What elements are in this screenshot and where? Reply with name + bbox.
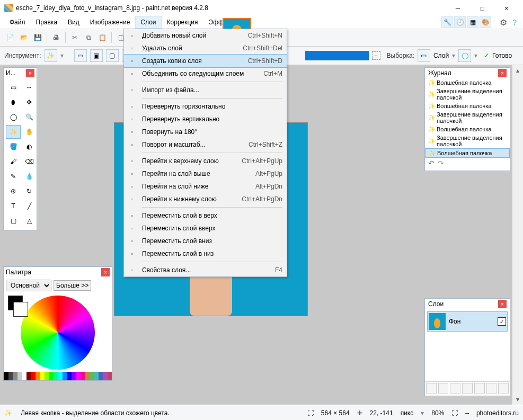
palette-color[interactable] — [108, 372, 112, 380]
palette-color[interactable] — [45, 372, 49, 380]
palette-color[interactable] — [40, 372, 45, 380]
menu-item[interactable]: ▫Переместить слой вверх — [124, 222, 287, 235]
menu-file[interactable]: Файл — [4, 16, 31, 29]
menu-item[interactable]: ▫Перейти на слой нижеAlt+PgDn — [124, 180, 287, 193]
menu-layers[interactable]: Слои — [135, 16, 161, 29]
menu-item[interactable]: ▫Повернуть на 180° — [124, 126, 287, 138]
tolerance-fill[interactable] — [305, 51, 369, 60]
status-unit[interactable]: пикс — [401, 409, 414, 417]
scroll-down-icon[interactable]: ▾ — [512, 394, 523, 405]
history-item[interactable]: ✨Волшебная палочка — [425, 78, 510, 87]
history-window-toggle[interactable]: 🕘 — [454, 16, 466, 28]
tool-move[interactable]: ✥ — [22, 95, 37, 109]
sel-sub-icon[interactable]: ▢ — [106, 49, 119, 62]
menu-item[interactable]: ▫Объединить со следующим слоемCtrl+M — [124, 67, 287, 80]
palette-color[interactable] — [13, 372, 17, 380]
menu-item[interactable]: ▫Перевернуть горизонтально — [124, 100, 287, 113]
maximize-button[interactable]: ☐ — [470, 0, 494, 16]
settings-icon[interactable]: ⚙ — [498, 17, 509, 28]
layer-visible-checkbox[interactable]: ✓ — [498, 317, 506, 326]
close-icon[interactable]: × — [101, 268, 110, 276]
tool-pencil[interactable]: ✎ — [6, 169, 21, 183]
tool-shapes[interactable]: △ — [22, 214, 37, 228]
menu-item[interactable]: ▫Переместить слой в верх — [124, 209, 287, 222]
zoom-out-icon[interactable]: – — [465, 409, 469, 417]
tool-rect-select[interactable]: ▭ — [6, 81, 21, 94]
palette-color[interactable] — [54, 372, 58, 380]
menu-item[interactable]: ▫Перейти к верхнему слоюCtrl+Alt+PgUp — [124, 155, 287, 167]
palette-color[interactable] — [8, 372, 13, 380]
vertical-scrollbar[interactable]: ▴ ▾ — [512, 65, 523, 405]
tool-brush[interactable]: 🖌 — [6, 155, 21, 168]
menu-view[interactable]: Вид — [63, 16, 85, 29]
tool-eraser[interactable]: ⌫ — [22, 155, 37, 168]
down-layer-icon[interactable] — [486, 383, 497, 394]
color-strip[interactable] — [4, 372, 112, 380]
menu-edit[interactable]: Правка — [31, 16, 63, 29]
new-icon[interactable]: 📄 — [4, 32, 16, 43]
palette-color[interactable] — [58, 372, 63, 380]
palette-color[interactable] — [94, 372, 99, 380]
history-item[interactable]: ✨Завершение выделения палочкой — [425, 133, 510, 148]
tool-pan[interactable]: ✋ — [22, 125, 37, 139]
tool-clone[interactable]: ⊛ — [6, 184, 21, 198]
history-item[interactable]: ✨Волшебная палочка — [425, 148, 510, 158]
tool-picker[interactable]: 💧 — [22, 169, 37, 183]
palette-color[interactable] — [31, 372, 36, 380]
tool-ellipse-select[interactable]: ◯ — [6, 110, 21, 124]
tool-zoom[interactable]: 🔍 — [22, 110, 37, 124]
menu-image[interactable]: Изображение — [85, 16, 136, 29]
palette-color[interactable] — [4, 372, 8, 380]
close-icon[interactable]: × — [26, 69, 34, 77]
menu-item[interactable]: ▫Импорт из файла... — [124, 84, 287, 96]
menu-item[interactable]: ▫Свойства слоя...F4 — [124, 264, 287, 276]
close-button[interactable]: ✕ — [494, 0, 519, 16]
menu-item[interactable]: ▫Добавить новый слойCtrl+Shift+N — [124, 29, 287, 42]
menu-item[interactable]: ▫Перейти к нижнему слоюCtrl+Alt+PgDn — [124, 193, 287, 205]
history-item[interactable]: ✨Завершение выделения палочкой — [425, 87, 510, 102]
color-swatches[interactable] — [8, 296, 28, 317]
tool-line[interactable]: ╱ — [22, 199, 37, 213]
props-layer-icon[interactable] — [498, 383, 509, 394]
palette-color[interactable] — [26, 372, 31, 380]
tool-fill[interactable]: 🪣 — [6, 140, 21, 154]
dup-layer-icon[interactable] — [450, 383, 460, 394]
palette-color[interactable] — [72, 372, 76, 380]
del-layer-icon[interactable] — [438, 383, 449, 394]
tools-window-toggle[interactable]: 🔧 — [441, 16, 453, 28]
paste-icon[interactable]: 📋 — [96, 32, 108, 43]
palette-color[interactable] — [36, 372, 40, 380]
palette-color[interactable] — [99, 372, 103, 380]
tool-pick-icon[interactable]: ✨ — [45, 49, 57, 62]
history-item[interactable]: ✨Волшебная палочка — [425, 102, 510, 110]
layers-window-toggle[interactable]: ▦ — [467, 16, 478, 28]
palette-color[interactable] — [22, 372, 26, 380]
scroll-up-icon[interactable]: ▴ — [512, 65, 523, 76]
flood-mode-icon[interactable]: ◯ — [458, 49, 471, 62]
menu-correction[interactable]: Коррекция — [162, 16, 203, 29]
palette-color[interactable] — [81, 372, 85, 380]
layer-row[interactable]: Фон ✓ — [427, 311, 508, 332]
open-icon[interactable]: 📂 — [18, 32, 30, 43]
colors-window-toggle[interactable]: 🎨 — [480, 16, 491, 28]
close-icon[interactable]: × — [498, 69, 507, 77]
color-wheel[interactable] — [21, 296, 95, 370]
zoom-fit-icon[interactable]: ⛶ — [451, 409, 458, 417]
palette-color[interactable] — [49, 372, 54, 380]
up-layer-icon[interactable] — [474, 383, 485, 394]
menu-item[interactable]: ▫Создать копию слояCtrl+Shift+D — [123, 54, 287, 68]
minimize-button[interactable]: — — [446, 0, 470, 16]
palette-color[interactable] — [17, 372, 22, 380]
menu-item[interactable]: ▫Перейти на слой вышеAlt+PgUp — [124, 167, 287, 180]
sel-add-icon[interactable]: ▣ — [90, 49, 103, 62]
merge-layer-icon[interactable] — [462, 383, 473, 394]
palette-color[interactable] — [85, 372, 90, 380]
history-item[interactable]: ✨Волшебная палочка — [425, 125, 510, 133]
tool-rect[interactable]: ▢ — [6, 214, 21, 228]
secondary-swatch[interactable] — [13, 302, 28, 317]
history-item[interactable]: ✨Завершение выделения палочкой — [425, 110, 510, 125]
status-zoom[interactable]: 80% — [431, 409, 444, 417]
add-layer-icon[interactable] — [426, 383, 437, 394]
menu-item[interactable]: ▫Переместить слой в низ — [124, 247, 287, 260]
tool-recolor[interactable]: ↻ — [22, 184, 37, 198]
